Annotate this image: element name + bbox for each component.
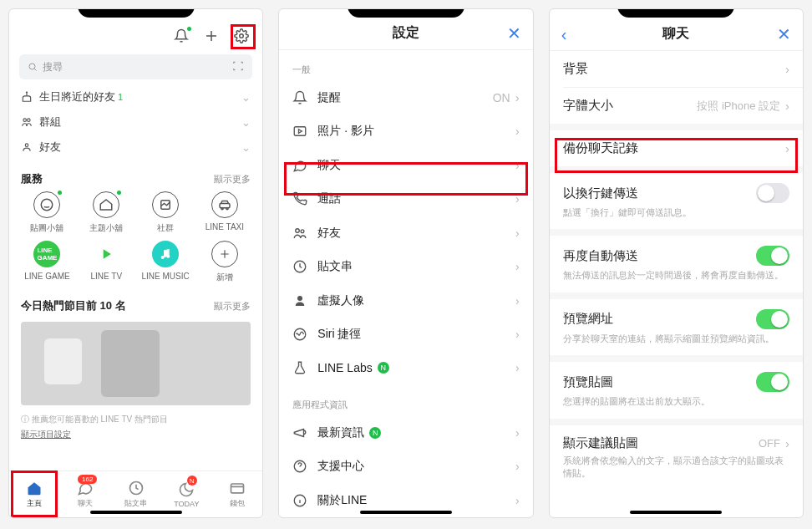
service-theme-shop[interactable]: 主題小舖 (77, 191, 136, 234)
search-input[interactable]: 搜尋 (19, 54, 252, 79)
row-chat[interactable]: 聊天› (279, 148, 532, 181)
row-preview-url[interactable]: 預覽網址分享於聊天室的連結，將顯示縮圖並預覽網站資訊。 (550, 299, 803, 355)
back-icon[interactable]: ‹ (561, 26, 567, 43)
service-openchat[interactable]: 社群 (136, 191, 195, 234)
page-title: 設定 (393, 24, 419, 42)
show-more-services[interactable]: 顯示更多 (214, 173, 251, 186)
home-indicator (360, 511, 452, 514)
service-line-tv[interactable]: LINE TV (77, 241, 136, 283)
row-friends[interactable]: 好友 ⌄ (21, 135, 251, 160)
row-suggest-sticker[interactable]: 顯示建議貼圖OFF›系統將會依您輸入的文字，顯示適合該文字的貼圖或表情貼。 (550, 425, 803, 491)
row-news[interactable]: 最新資訊N› (279, 416, 532, 450)
openchat-icon (152, 191, 179, 218)
row-siri[interactable]: Siri 捷徑› (279, 318, 532, 351)
svg-point-20 (297, 296, 302, 301)
row-labs[interactable]: LINE LabsN› (279, 351, 532, 384)
toggle-switch[interactable] (756, 246, 789, 266)
service-line-game[interactable]: LINEGAMELINE GAME (18, 241, 77, 283)
svg-point-4 (28, 119, 31, 122)
row-support[interactable]: 支援中心› (279, 450, 532, 483)
toggle-switch[interactable] (756, 372, 789, 392)
row-font-size[interactable]: 字體大小按照 iPhone 設定› (550, 88, 803, 124)
trending-banner[interactable] (21, 322, 251, 405)
row-friends[interactable]: 好友› (279, 216, 532, 249)
svg-point-1 (29, 64, 35, 69)
plus-icon[interactable] (204, 28, 219, 43)
svg-point-0 (240, 34, 244, 38)
svg-point-12 (166, 255, 170, 258)
show-more-trending[interactable]: 顯示更多 (214, 300, 251, 313)
row-backup[interactable]: 備份聊天記錄› (550, 130, 803, 166)
trending-title: 今日熱門節目前 10 名 (21, 298, 126, 313)
tab-home[interactable]: 主頁 (9, 471, 60, 517)
row-enter-send[interactable]: 以換行鍵傳送點選「換行」鍵即可傳送訊息。 (550, 173, 803, 229)
screen-chat-settings: ‹ 聊天 ✕ 背景› 字體大小按照 iPhone 設定› 備份聊天記錄› 以換行… (549, 8, 804, 518)
smile-icon (33, 191, 60, 218)
row-call[interactable]: 通話› (279, 182, 532, 216)
screen-settings: 設定 ✕ 一般 提醒ON› 照片 · 影片› 聊天› 通話› 好友› 貼文串› … (278, 8, 533, 518)
play-icon (93, 241, 119, 267)
bell-icon[interactable] (174, 28, 189, 43)
svg-rect-8 (220, 204, 230, 208)
screen-home: 搜尋 生日將近的好友 1 ⌄ 群組 ⌄ 好友 ⌄ 服務 顯示更多 貼圖小舖 主題… (8, 8, 263, 518)
game-icon: LINEGAME (33, 241, 60, 267)
new-badge: N (378, 362, 389, 374)
toggle-switch[interactable] (756, 309, 789, 329)
plus-icon (211, 241, 238, 267)
svg-point-3 (23, 119, 27, 122)
row-photo[interactable]: 照片 · 影片› (279, 114, 532, 148)
svg-rect-15 (295, 127, 307, 136)
chevron-down-icon: ⌄ (241, 141, 251, 154)
row-remind[interactable]: 提醒ON› (279, 81, 532, 114)
tab-wallet[interactable]: 錢包 (212, 471, 263, 517)
home-icon (93, 191, 119, 218)
svg-point-5 (25, 144, 28, 147)
close-icon[interactable]: ✕ (777, 26, 791, 43)
services-heading: 服務 (21, 171, 43, 186)
row-avatar[interactable]: 虛擬人像› (279, 283, 532, 317)
row-timeline[interactable]: 貼文串› (279, 250, 532, 283)
row-groups[interactable]: 群組 ⌄ (21, 109, 251, 135)
trending-caption: ⓘ 推薦您可能喜歡的 LINE TV 熱門節目 (9, 409, 262, 427)
svg-point-17 (296, 228, 300, 232)
chevron-down-icon: ⌄ (241, 116, 251, 129)
page-title: 聊天 (662, 25, 689, 43)
svg-point-11 (161, 256, 165, 259)
taxi-icon (211, 191, 238, 218)
row-preview-sticker[interactable]: 預覽貼圖您選擇的貼圖將在送出前放大顯示。 (550, 362, 803, 418)
svg-rect-14 (231, 484, 244, 493)
service-add[interactable]: 新增 (195, 241, 254, 283)
home-indicator (90, 511, 182, 514)
service-taxi[interactable]: LINE TAXI (195, 191, 254, 234)
music-icon (152, 241, 179, 267)
row-resend[interactable]: 再度自動傳送無法傳送的訊息於一定時間過後，將會再度自動傳送。 (550, 236, 803, 292)
display-settings-link[interactable]: 顯示項目設定 (9, 427, 262, 449)
toggle-switch[interactable] (756, 183, 789, 203)
new-badge: N (369, 427, 381, 439)
gear-icon[interactable] (234, 28, 249, 43)
group-app-info: 應用程式資訊 (279, 385, 532, 416)
svg-point-6 (42, 199, 53, 211)
svg-point-18 (301, 229, 304, 232)
row-birthday-friends[interactable]: 生日將近的好友 1 ⌄ (21, 84, 251, 109)
search-placeholder: 搜尋 (43, 60, 63, 74)
scan-icon[interactable] (232, 60, 244, 74)
service-sticker-shop[interactable]: 貼圖小舖 (18, 191, 77, 234)
group-general: 一般 (279, 50, 532, 81)
close-icon[interactable]: ✕ (507, 25, 521, 42)
service-line-music[interactable]: LINE MUSIC (136, 241, 195, 283)
svg-point-2 (26, 92, 27, 93)
row-background[interactable]: 背景› (550, 51, 803, 87)
chevron-down-icon: ⌄ (241, 91, 251, 104)
home-indicator (630, 511, 722, 514)
svg-marker-16 (299, 130, 302, 134)
